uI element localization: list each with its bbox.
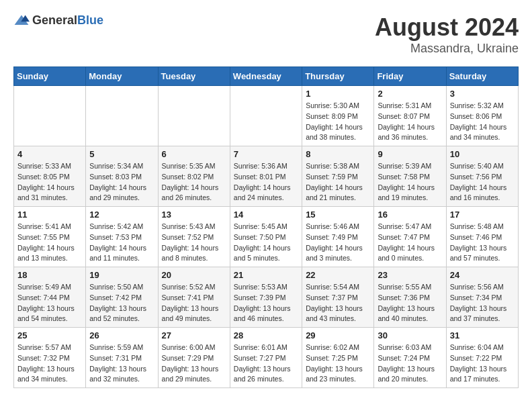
day-info: Sunrise: 5:33 AMSunset: 8:05 PMDaylight:… <box>17 161 82 203</box>
day-info: Sunrise: 5:45 AMSunset: 7:50 PMDaylight:… <box>234 222 298 264</box>
location: Massandra, Ukraine <box>375 42 519 56</box>
day-number: 28 <box>234 330 298 340</box>
calendar-cell: 6Sunrise: 5:35 AMSunset: 8:02 PMDaylight… <box>158 146 230 207</box>
day-number: 2 <box>378 89 442 99</box>
calendar-cell: 31Sunrise: 6:04 AMSunset: 7:22 PMDayligh… <box>446 328 518 388</box>
day-number: 15 <box>306 210 370 220</box>
day-number: 6 <box>162 149 226 159</box>
calendar-cell: 4Sunrise: 5:33 AMSunset: 8:05 PMDaylight… <box>14 146 86 207</box>
calendar-cell: 21Sunrise: 5:53 AMSunset: 7:39 PMDayligh… <box>230 267 302 328</box>
calendar-cell: 8Sunrise: 5:38 AMSunset: 7:59 PMDaylight… <box>302 146 374 207</box>
calendar-cell: 27Sunrise: 6:00 AMSunset: 7:29 PMDayligh… <box>158 328 230 388</box>
calendar-cell: 28Sunrise: 6:01 AMSunset: 7:27 PMDayligh… <box>230 328 302 388</box>
day-info: Sunrise: 5:42 AMSunset: 7:53 PMDaylight:… <box>89 222 154 264</box>
day-number: 19 <box>89 270 154 280</box>
day-number: 7 <box>234 149 298 159</box>
calendar-cell: 23Sunrise: 5:55 AMSunset: 7:36 PMDayligh… <box>374 267 446 328</box>
day-info: Sunrise: 5:57 AMSunset: 7:32 PMDaylight:… <box>17 342 82 385</box>
day-info: Sunrise: 5:36 AMSunset: 8:01 PMDaylight:… <box>234 161 298 203</box>
day-info: Sunrise: 5:48 AMSunset: 7:46 PMDaylight:… <box>450 222 515 264</box>
day-number: 25 <box>17 330 82 340</box>
day-info: Sunrise: 5:41 AMSunset: 7:55 PMDaylight:… <box>17 222 82 264</box>
day-info: Sunrise: 6:03 AMSunset: 7:24 PMDaylight:… <box>378 342 442 385</box>
day-number: 14 <box>234 210 298 220</box>
day-info: Sunrise: 5:40 AMSunset: 7:56 PMDaylight:… <box>450 161 515 203</box>
weekday-header: Friday <box>374 67 446 86</box>
calendar-cell: 12Sunrise: 5:42 AMSunset: 7:53 PMDayligh… <box>86 207 158 267</box>
day-info: Sunrise: 5:34 AMSunset: 8:03 PMDaylight:… <box>89 161 154 203</box>
day-number: 13 <box>162 210 226 220</box>
calendar-cell <box>14 86 86 146</box>
calendar-cell: 25Sunrise: 5:57 AMSunset: 7:32 PMDayligh… <box>14 328 86 388</box>
day-number: 29 <box>306 330 370 340</box>
day-number: 17 <box>450 210 515 220</box>
day-number: 9 <box>378 149 442 159</box>
calendar-week-row: 18Sunrise: 5:49 AMSunset: 7:44 PMDayligh… <box>14 267 519 328</box>
day-number: 26 <box>89 330 154 340</box>
day-info: Sunrise: 5:47 AMSunset: 7:47 PMDaylight:… <box>378 222 442 264</box>
logo-general: General <box>32 13 77 27</box>
calendar-cell <box>86 86 158 146</box>
calendar-cell <box>230 86 302 146</box>
calendar-week-row: 25Sunrise: 5:57 AMSunset: 7:32 PMDayligh… <box>14 328 519 388</box>
day-number: 21 <box>234 270 298 280</box>
calendar-cell: 11Sunrise: 5:41 AMSunset: 7:55 PMDayligh… <box>14 207 86 267</box>
day-number: 22 <box>306 270 370 280</box>
calendar-cell: 19Sunrise: 5:50 AMSunset: 7:42 PMDayligh… <box>86 267 158 328</box>
day-info: Sunrise: 5:59 AMSunset: 7:31 PMDaylight:… <box>89 342 154 385</box>
weekday-header: Sunday <box>14 67 86 86</box>
day-number: 10 <box>450 149 515 159</box>
day-number: 3 <box>450 89 515 99</box>
weekday-header: Saturday <box>446 67 518 86</box>
calendar-cell: 13Sunrise: 5:43 AMSunset: 7:52 PMDayligh… <box>158 207 230 267</box>
calendar-table: SundayMondayTuesdayWednesdayThursdayFrid… <box>13 66 519 388</box>
calendar-cell: 15Sunrise: 5:46 AMSunset: 7:49 PMDayligh… <box>302 207 374 267</box>
calendar-cell: 24Sunrise: 5:56 AMSunset: 7:34 PMDayligh… <box>446 267 518 328</box>
day-number: 8 <box>306 149 370 159</box>
calendar-cell <box>158 86 230 146</box>
day-info: Sunrise: 6:00 AMSunset: 7:29 PMDaylight:… <box>162 342 226 385</box>
day-info: Sunrise: 6:02 AMSunset: 7:25 PMDaylight:… <box>306 342 370 385</box>
calendar-cell: 2Sunrise: 5:31 AMSunset: 8:07 PMDaylight… <box>374 86 446 146</box>
day-info: Sunrise: 5:39 AMSunset: 7:58 PMDaylight:… <box>378 161 442 203</box>
calendar-cell: 3Sunrise: 5:32 AMSunset: 8:06 PMDaylight… <box>446 86 518 146</box>
day-info: Sunrise: 5:43 AMSunset: 7:52 PMDaylight:… <box>162 222 226 264</box>
day-info: Sunrise: 5:54 AMSunset: 7:37 PMDaylight:… <box>306 282 370 324</box>
day-info: Sunrise: 5:30 AMSunset: 8:09 PMDaylight:… <box>306 101 370 143</box>
calendar-cell: 5Sunrise: 5:34 AMSunset: 8:03 PMDaylight… <box>86 146 158 207</box>
day-info: Sunrise: 5:49 AMSunset: 7:44 PMDaylight:… <box>17 282 82 324</box>
calendar-cell: 30Sunrise: 6:03 AMSunset: 7:24 PMDayligh… <box>374 328 446 388</box>
calendar-cell: 22Sunrise: 5:54 AMSunset: 7:37 PMDayligh… <box>302 267 374 328</box>
calendar-week-row: 1Sunrise: 5:30 AMSunset: 8:09 PMDaylight… <box>14 86 519 146</box>
page-header: GeneralBlue August 2024 Massandra, Ukrai… <box>13 13 519 56</box>
day-number: 23 <box>378 270 442 280</box>
day-info: Sunrise: 5:50 AMSunset: 7:42 PMDaylight:… <box>89 282 154 324</box>
day-info: Sunrise: 5:56 AMSunset: 7:34 PMDaylight:… <box>450 282 515 324</box>
day-number: 1 <box>306 89 370 99</box>
calendar-cell: 29Sunrise: 6:02 AMSunset: 7:25 PMDayligh… <box>302 328 374 388</box>
logo: GeneralBlue <box>13 13 103 28</box>
day-number: 12 <box>89 210 154 220</box>
day-number: 31 <box>450 330 515 340</box>
weekday-header: Wednesday <box>230 67 302 86</box>
day-number: 24 <box>450 270 515 280</box>
day-info: Sunrise: 5:53 AMSunset: 7:39 PMDaylight:… <box>234 282 298 324</box>
calendar-cell: 18Sunrise: 5:49 AMSunset: 7:44 PMDayligh… <box>14 267 86 328</box>
day-info: Sunrise: 5:52 AMSunset: 7:41 PMDaylight:… <box>162 282 226 324</box>
day-info: Sunrise: 6:04 AMSunset: 7:22 PMDaylight:… <box>450 342 515 385</box>
day-info: Sunrise: 5:31 AMSunset: 8:07 PMDaylight:… <box>378 101 442 143</box>
logo-text: GeneralBlue <box>32 13 103 28</box>
calendar-cell: 16Sunrise: 5:47 AMSunset: 7:47 PMDayligh… <box>374 207 446 267</box>
logo-blue: Blue <box>77 13 103 27</box>
calendar-cell: 17Sunrise: 5:48 AMSunset: 7:46 PMDayligh… <box>446 207 518 267</box>
month-year: August 2024 <box>375 13 519 42</box>
calendar-week-row: 4Sunrise: 5:33 AMSunset: 8:05 PMDaylight… <box>14 146 519 207</box>
day-info: Sunrise: 6:01 AMSunset: 7:27 PMDaylight:… <box>234 342 298 385</box>
weekday-header: Thursday <box>302 67 374 86</box>
weekday-header: Tuesday <box>158 67 230 86</box>
calendar-cell: 26Sunrise: 5:59 AMSunset: 7:31 PMDayligh… <box>86 328 158 388</box>
day-info: Sunrise: 5:35 AMSunset: 8:02 PMDaylight:… <box>162 161 226 203</box>
calendar-cell: 7Sunrise: 5:36 AMSunset: 8:01 PMDaylight… <box>230 146 302 207</box>
day-number: 4 <box>17 149 82 159</box>
calendar-cell: 1Sunrise: 5:30 AMSunset: 8:09 PMDaylight… <box>302 86 374 146</box>
